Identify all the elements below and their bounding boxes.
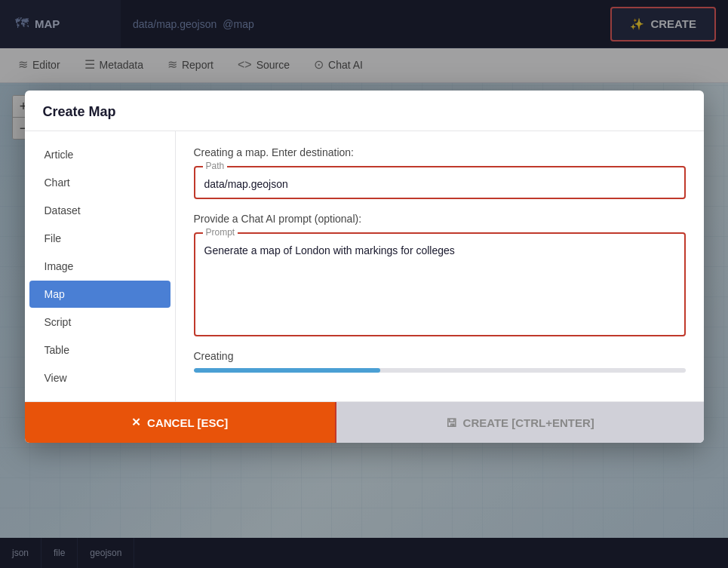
sidebar-item-image[interactable]: Image	[29, 253, 170, 280]
modal-main-content: Creating a map. Enter destination: Path …	[176, 131, 704, 401]
sidebar-item-chart[interactable]: Chart	[29, 169, 170, 196]
create-confirm-button[interactable]: 🖫 CREATE [CTRL+ENTER]	[335, 402, 704, 443]
sidebar-item-table[interactable]: Table	[29, 336, 170, 364]
prompt-field-label: Prompt	[203, 227, 238, 238]
create-confirm-icon: 🖫	[446, 416, 457, 429]
modal-body: Article Chart Dataset File Image Map	[25, 131, 704, 401]
modal-sidebar: Article Chart Dataset File Image Map	[25, 131, 176, 401]
sidebar-item-view[interactable]: View	[29, 364, 170, 391]
prompt-label: Provide a Chat AI prompt (optional):	[194, 213, 686, 225]
modal-footer: ✕ CANCEL [ESC] 🖫 CREATE [CTRL+ENTER]	[25, 401, 704, 443]
cancel-button[interactable]: ✕ CANCEL [ESC]	[25, 402, 335, 443]
path-field-group: Path	[194, 166, 686, 199]
modal-header: Create Map	[25, 91, 704, 131]
progress-bar	[194, 368, 686, 373]
prompt-field-group: Prompt Generate a map of London with mar…	[194, 232, 686, 336]
modal-overlay: Create Map Article Chart Dataset File I	[0, 0, 728, 568]
create-map-modal: Create Map Article Chart Dataset File I	[25, 91, 704, 443]
sidebar-item-file[interactable]: File	[29, 225, 170, 252]
path-field-label: Path	[203, 161, 228, 171]
destination-label: Creating a map. Enter destination:	[194, 146, 686, 158]
create-confirm-label: CREATE [CTRL+ENTER]	[463, 416, 594, 429]
prompt-textarea[interactable]: Generate a map of London with markings f…	[195, 234, 684, 332]
modal-title: Create Map	[43, 104, 116, 119]
sidebar-item-article[interactable]: Article	[29, 141, 170, 168]
progress-fill	[194, 368, 381, 373]
path-input[interactable]	[195, 167, 684, 198]
cancel-label: CANCEL [ESC]	[147, 416, 228, 429]
cancel-icon: ✕	[131, 416, 141, 429]
sidebar-item-map[interactable]: Map	[29, 281, 170, 308]
sidebar-item-dataset[interactable]: Dataset	[29, 197, 170, 224]
sidebar-item-script[interactable]: Script	[29, 309, 170, 336]
progress-label: Creating	[194, 350, 686, 362]
